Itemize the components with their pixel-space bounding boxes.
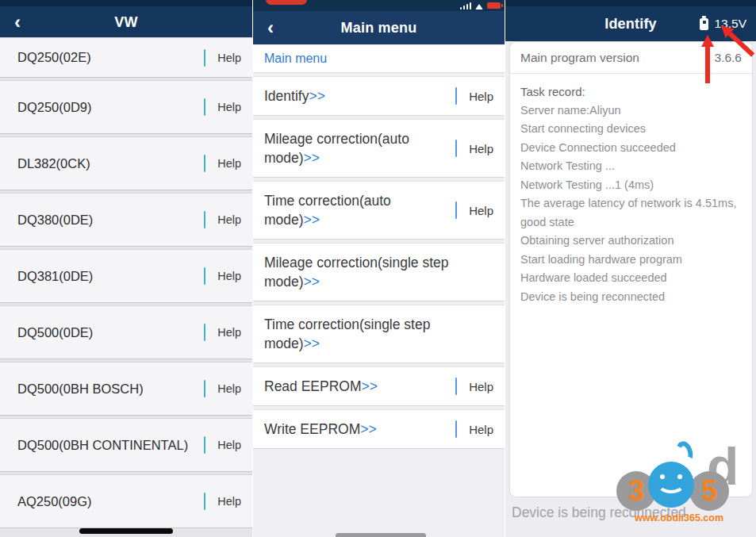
menu-item-label: Identify>> <box>264 86 455 105</box>
menu-item-label: Read EEPROM>> <box>264 377 455 396</box>
help-group: Help <box>455 140 493 157</box>
list-item[interactable]: DQ380(0DE) Help <box>0 194 252 246</box>
help-divider <box>455 201 458 219</box>
status-bar <box>0 0 252 6</box>
home-indicator[interactable] <box>336 533 426 537</box>
signal-bars-icon <box>460 2 472 10</box>
help-button[interactable]: Help <box>217 326 241 339</box>
help-divider <box>204 324 206 341</box>
task-record-card: Main program version 3.6.6 Task record: … <box>509 41 753 497</box>
help-button[interactable]: Help <box>217 157 241 170</box>
status-bar <box>505 0 756 6</box>
model-label: DQ500(0BH BOSCH) <box>17 382 204 397</box>
menu-item[interactable]: Identify>> Help <box>253 77 505 115</box>
help-button[interactable]: Help <box>217 495 241 508</box>
help-button[interactable]: Help <box>217 382 241 395</box>
help-button[interactable]: Help <box>469 142 493 155</box>
chevron-suffix: >> <box>304 274 320 290</box>
version-row: Main program version 3.6.6 <box>510 42 752 74</box>
menu-item-label: Time correction(single step mode)>> <box>264 315 493 353</box>
transmission-list: DQ250(02E) Help DQ250(0D9) Help DL382(0C… <box>0 38 252 531</box>
vw-titlebar: ‹ VW <box>0 6 252 38</box>
list-item[interactable]: DL382(0CK) Help <box>0 137 252 190</box>
model-label: DQ250(02E) <box>17 50 204 65</box>
help-button[interactable]: Help <box>469 423 493 436</box>
help-divider <box>455 140 458 157</box>
help-divider <box>455 378 458 395</box>
menu-item[interactable]: Time correction(auto mode)>> Help <box>253 182 505 239</box>
help-group: Help <box>204 324 241 341</box>
help-divider <box>204 267 206 285</box>
menu-item-label: Write EEPROM>> <box>264 420 455 439</box>
menu-item[interactable]: Write EEPROM>> Help <box>253 410 505 448</box>
annotation-arrow-up-icon <box>701 35 714 83</box>
menu-item-label: Time correction(auto mode)>> <box>264 191 455 229</box>
help-button[interactable]: Help <box>217 270 241 282</box>
task-record-log: Task record: Server name:AliyunStart con… <box>510 74 752 315</box>
help-button[interactable]: Help <box>469 380 493 393</box>
back-icon[interactable]: ‹ <box>10 13 25 32</box>
help-divider <box>204 436 206 454</box>
help-button[interactable]: Help <box>217 101 241 113</box>
help-divider <box>204 155 206 172</box>
help-group: Help <box>204 267 241 285</box>
help-button[interactable]: Help <box>217 439 241 451</box>
help-group: Help <box>204 155 241 172</box>
list-item[interactable]: DQ381(0DE) Help <box>0 250 252 302</box>
page-title: VW <box>114 14 137 31</box>
chevron-suffix: >> <box>304 150 320 166</box>
obdii365-logo: d 3 5 www.obdii365.com <box>613 452 745 525</box>
panel-vw-list: ‹ VW DQ250(02E) Help DQ250(0D9) Help DL3… <box>0 0 252 537</box>
help-button[interactable]: Help <box>217 213 241 226</box>
list-item[interactable]: DQ250(02E) Help <box>0 38 252 77</box>
breadcrumb[interactable]: Main menu <box>264 52 327 66</box>
back-icon[interactable]: ‹ <box>263 18 278 37</box>
chevron-suffix: >> <box>309 88 324 104</box>
breadcrumb-row: Main menu <box>253 45 505 72</box>
help-divider <box>204 493 206 510</box>
help-button[interactable]: Help <box>469 204 493 217</box>
model-label: DL382(0CK) <box>17 156 204 171</box>
logo-digit-5: 5 <box>689 471 729 511</box>
menu-item-label: Mileage correction(single step mode)>> <box>264 253 493 291</box>
help-button[interactable]: Help <box>217 52 241 64</box>
list-item[interactable]: DQ500(0BH CONTINENTAL) Help <box>0 419 252 471</box>
task-record-line: Device is being reconnected <box>520 288 742 307</box>
recording-pill-icon <box>266 0 307 5</box>
list-item[interactable]: DQ500(0DE) Help <box>0 306 252 359</box>
task-record-lines: Server name:AliyunStart connecting devic… <box>520 102 742 307</box>
model-label: DQ250(0D9) <box>17 100 204 115</box>
chevron-suffix: >> <box>304 212 320 228</box>
menu-item[interactable]: Mileage correction(single step mode)>> <box>253 244 505 301</box>
page-title: Identify <box>604 16 657 33</box>
chevron-suffix: >> <box>360 421 376 437</box>
list-item[interactable]: AQ250(09G) Help <box>0 475 252 527</box>
panel-identify: Identify 13.5V Main program version 3.6.… <box>505 0 756 537</box>
menu-item[interactable]: Read EEPROM>> Help <box>253 367 505 405</box>
battery-low-icon <box>487 2 501 9</box>
menu-item[interactable]: Time correction(single step mode)>> <box>253 305 505 362</box>
task-record-line: Server name:Aliyun <box>520 102 742 121</box>
help-divider <box>455 87 458 105</box>
menu-item-label: Mileage correction(auto mode)>> <box>264 129 455 167</box>
help-group: Help <box>204 49 241 67</box>
logo-smiley-icon <box>648 462 694 508</box>
help-divider <box>204 380 206 397</box>
menu-item[interactable]: Mileage correction(auto mode)>> Help <box>253 120 505 177</box>
help-group: Help <box>204 211 241 228</box>
list-item[interactable]: DQ250(0D9) Help <box>0 81 252 133</box>
model-label: DQ500(0BH CONTINENTAL) <box>17 438 204 453</box>
model-label: AQ250(09G) <box>17 494 204 509</box>
menu-list: Identify>> Help Mileage correction(auto … <box>253 77 505 448</box>
model-label: DQ380(0DE) <box>17 213 204 228</box>
help-group: Help <box>204 98 241 116</box>
chevron-suffix: >> <box>304 336 320 351</box>
task-record-line: Hardware loaded succeeded <box>520 269 742 288</box>
task-record-line: Obtaining server authorization <box>520 232 742 251</box>
model-label: DQ500(0DE) <box>17 325 204 340</box>
home-indicator[interactable] <box>79 528 173 534</box>
list-item[interactable]: DQ500(0BH BOSCH) Help <box>0 362 252 415</box>
help-divider <box>204 49 206 67</box>
help-button[interactable]: Help <box>469 90 493 103</box>
screenshot-root: ‹ VW DQ250(02E) Help DQ250(0D9) Help DL3… <box>0 0 756 537</box>
